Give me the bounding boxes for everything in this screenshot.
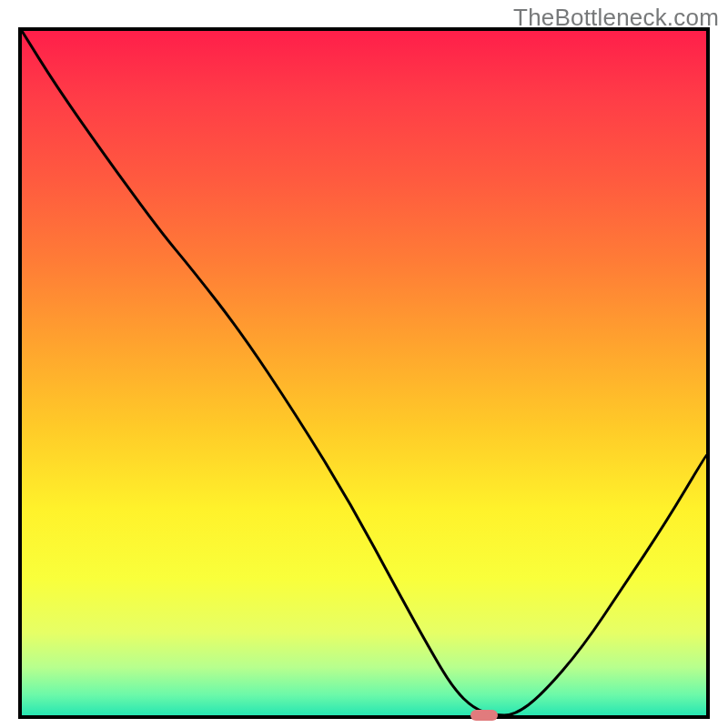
chart-frame: TheBottleneck.com bbox=[0, 0, 728, 728]
optimal-marker bbox=[470, 710, 498, 721]
curve-svg bbox=[22, 31, 706, 715]
bottleneck-curve-path bbox=[22, 31, 706, 715]
plot-area bbox=[18, 27, 710, 719]
